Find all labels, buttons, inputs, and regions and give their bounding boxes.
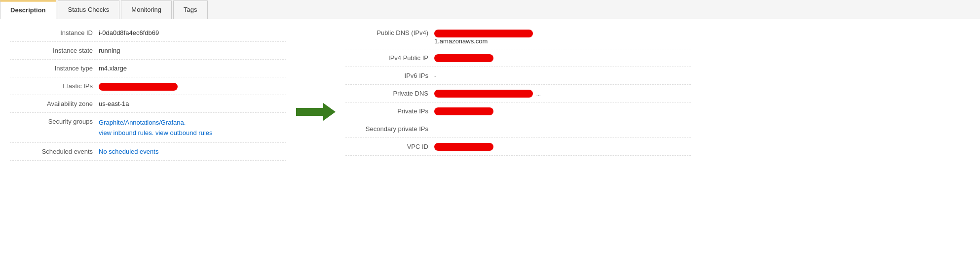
- tab-status-checks[interactable]: Status Checks: [58, 0, 120, 19]
- instance-type-row: Instance type m4.xlarge: [10, 60, 286, 77]
- instance-id-label: Instance ID: [10, 28, 99, 36]
- ipv6-ips-label: IPv6 IPs: [345, 71, 434, 79]
- secondary-private-ips-label: Secondary private IPs: [345, 124, 434, 133]
- availability-zone-value: us-east-1a: [99, 99, 286, 107]
- availability-zone-label: Availability zone: [10, 99, 99, 107]
- ipv6-ips-row: IPv6 IPs -: [345, 67, 691, 85]
- right-panel: Public DNS (IPv4) 1.amazonaws.com IPv4 P…: [345, 24, 691, 161]
- instance-type-value: m4.xlarge: [99, 64, 286, 72]
- vpc-id-row: VPC ID: [345, 138, 691, 156]
- elastic-ips-value: [99, 81, 286, 91]
- elastic-ips-row: Elastic IPs: [10, 77, 286, 95]
- public-dns-row: Public DNS (IPv4) 1.amazonaws.com: [345, 24, 691, 49]
- private-dns-label: Private DNS: [345, 89, 434, 97]
- security-groups-value: Graphite/Annotations/Grafana. view inbou…: [99, 117, 286, 138]
- private-ips-value: [434, 106, 691, 116]
- private-dns-row: Private DNS ...: [345, 85, 691, 102]
- public-dns-suffix: 1.amazonaws.com: [434, 37, 691, 45]
- secondary-private-ips-row: Secondary private IPs: [345, 120, 691, 138]
- scheduled-events-value[interactable]: No scheduled events: [99, 147, 286, 155]
- ipv6-ips-value: -: [434, 71, 691, 79]
- view-inbound-rules-link[interactable]: view inbound rules.: [99, 129, 153, 136]
- security-groups-label: Security groups: [10, 117, 99, 125]
- instance-id-row: Instance ID i-0da0d8fa4ec6fdb69: [10, 24, 286, 42]
- instance-state-value: running: [99, 46, 286, 54]
- security-group-name[interactable]: Graphite/Annotations/Grafana.: [99, 119, 186, 126]
- public-dns-redacted: [434, 29, 691, 37]
- view-outbound-rules-link[interactable]: view outbound rules: [155, 129, 213, 136]
- instance-state-label: Instance state: [10, 46, 99, 54]
- ipv4-public-ip-value: [434, 53, 691, 63]
- tab-description[interactable]: Description: [0, 0, 56, 19]
- secondary-private-ips-value: [434, 124, 691, 125]
- content-area: Instance ID i-0da0d8fa4ec6fdb69 Instance…: [0, 19, 980, 166]
- public-dns-label: Public DNS (IPv4): [345, 28, 434, 36]
- arrow-area: [286, 24, 345, 161]
- svg-marker-0: [296, 103, 336, 121]
- left-panel: Instance ID i-0da0d8fa4ec6fdb69 Instance…: [10, 24, 286, 161]
- tab-tags[interactable]: Tags: [173, 0, 207, 19]
- ipv4-public-ip-row: IPv4 Public IP: [345, 49, 691, 67]
- scheduled-events-row: Scheduled events No scheduled events: [10, 143, 286, 161]
- instance-state-row: Instance state running: [10, 42, 286, 60]
- scheduled-events-label: Scheduled events: [10, 147, 99, 155]
- security-groups-row: Security groups Graphite/Annotations/Gra…: [10, 113, 286, 143]
- elastic-ips-label: Elastic IPs: [10, 81, 99, 90]
- ipv4-public-ip-label: IPv4 Public IP: [345, 53, 434, 62]
- public-dns-value: 1.amazonaws.com: [434, 28, 691, 45]
- vpc-id-value: [434, 142, 691, 151]
- private-ips-label: Private IPs: [345, 106, 434, 115]
- private-dns-value: ...: [434, 89, 691, 98]
- instance-type-label: Instance type: [10, 64, 99, 72]
- tabs-bar: Description Status Checks Monitoring Tag…: [0, 0, 980, 19]
- availability-zone-row: Availability zone us-east-1a: [10, 95, 286, 113]
- private-ips-row: Private IPs: [345, 102, 691, 120]
- instance-id-value: i-0da0d8fa4ec6fdb69: [99, 28, 286, 36]
- vpc-id-label: VPC ID: [345, 142, 434, 150]
- elastic-ips-redacted: [99, 83, 178, 91]
- private-dns-dots: ...: [536, 91, 541, 97]
- right-arrow-icon: [296, 102, 336, 122]
- tab-monitoring[interactable]: Monitoring: [121, 0, 172, 19]
